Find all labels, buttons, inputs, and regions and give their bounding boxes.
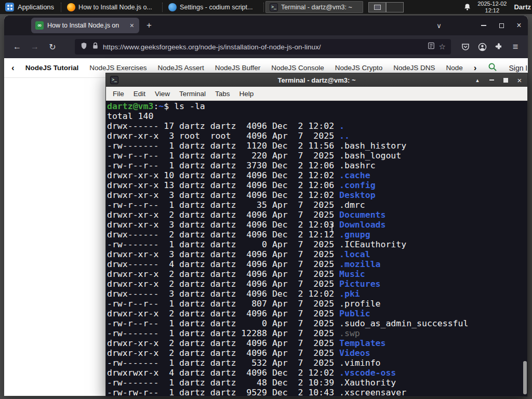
terminal-line: -rw-r--r-- 1 dartz dartz 0 Apr 7 2025 .s… <box>107 318 527 328</box>
clock-date: 2025-12-02 <box>477 1 507 7</box>
terminal-minimize-button[interactable] <box>488 76 495 84</box>
tracking-protection-shield-icon[interactable] <box>80 42 88 52</box>
address-bar[interactable]: https://www.geeksforgeeks.org/node-js/in… <box>75 39 451 55</box>
taskbar-item-firefox[interactable]: How to Install Node.js o... <box>63 1 161 13</box>
browser-toolbar: ← → ↻ https://www.geeksforgeeks.org/node… <box>4 35 528 58</box>
url-text: https://www.geeksforgeeks.org/node-js/in… <box>103 43 423 51</box>
terminal-line: -rw-r--r-- 1 dartz dartz 220 Apr 7 2025 … <box>107 151 527 161</box>
site-nav-item-crypto[interactable]: NodeJS Crypto <box>335 64 383 72</box>
taskbar-item-terminal[interactable]: >_ Terminal - dartz@vm3: ~ <box>265 1 363 13</box>
firefox-icon <box>67 3 75 11</box>
site-nav-item-exercises[interactable]: NodeJS Exercises <box>89 64 147 72</box>
applications-label: Applications <box>18 3 54 11</box>
terminal-line: -rw-r--r-- 1 dartz dartz 35 Apr 7 2025 .… <box>107 200 527 210</box>
search-icon[interactable] <box>488 62 497 73</box>
workspace-switcher[interactable] <box>368 2 404 12</box>
panel-separator <box>263 3 264 12</box>
tab-close-button[interactable]: × <box>129 21 135 30</box>
browser-close-button[interactable]: × <box>510 16 528 35</box>
terminal-line: -rw------- 1 dartz dartz 12288 Apr 7 202… <box>107 328 527 338</box>
terminal-line: drwxr-xr-x 3 dartz dartz 4096 Dec 2 12:0… <box>107 220 527 230</box>
terminal-screen[interactable]: dartz@vm3:~$ ls -latotal 140drwx------ 1… <box>106 101 527 396</box>
panel-user-label: Dartz <box>514 3 531 11</box>
menu-view[interactable]: View <box>150 90 175 98</box>
terminal-line: drwx------ 2 dartz dartz 4096 Dec 2 12:1… <box>107 230 527 240</box>
terminal-menubar: File Edit View Terminal Tabs Help <box>106 87 527 101</box>
terminal-line: drwxr-xr-x 2 dartz dartz 4096 Apr 7 2025… <box>107 279 527 289</box>
site-nav-item-dns[interactable]: NodeJS DNS <box>393 64 435 72</box>
browser-maximize-button[interactable] <box>493 16 510 35</box>
terminal-line: drwxr-xr-x 3 dartz dartz 4096 Dec 2 12:0… <box>107 190 527 200</box>
workspace-1[interactable] <box>368 2 386 12</box>
task-label: Settings - codium script... <box>180 4 252 11</box>
terminal-close-button[interactable]: × <box>516 76 523 84</box>
site-nav-item-tutorial[interactable]: NodeJS Tutorial <box>25 64 79 72</box>
clock-time: 12:12 <box>477 7 507 14</box>
top-panel: Applications How to Install Node.js o...… <box>0 0 532 14</box>
terminal-line: drwxr-xr-x 2 dartz dartz 4096 Apr 7 2025… <box>107 348 527 358</box>
terminal-line: drwxr-xr-x 2 dartz dartz 4096 Apr 7 2025… <box>107 338 527 348</box>
terminal-window: >_ Terminal - dartz@vm3: ~ ▴ × File Edit… <box>105 73 528 397</box>
terminal-line: drwxr-xr-x 10 dartz dartz 4096 Dec 2 12:… <box>107 170 527 180</box>
terminal-line: dartz@vm3:~$ ls -la <box>107 101 527 111</box>
new-tab-button[interactable]: + <box>141 18 157 33</box>
terminal-line: drwxr-xr-x 2 dartz dartz 4096 Apr 7 2025… <box>107 269 527 279</box>
terminal-line: -rw-rw-r-- 1 dartz dartz 9529 Dec 2 10:4… <box>107 388 527 396</box>
pocket-icon[interactable] <box>458 39 473 54</box>
clock[interactable]: 2025-12-02 12:12 <box>477 1 507 14</box>
taskbar-item-settings[interactable]: Settings - codium script... <box>164 1 262 13</box>
applications-menu[interactable]: Applications <box>0 0 59 14</box>
browser-tab[interactable]: ∞ How to Install Node.js on × <box>31 18 139 33</box>
terminal-shade-button[interactable]: ▴ <box>474 76 481 84</box>
site-nav-item-truncated[interactable]: Node <box>446 64 463 72</box>
terminal-line: -rw------- 1 dartz dartz 48 Dec 2 10:39 … <box>107 378 527 388</box>
bookmark-star-icon[interactable]: ☆ <box>439 42 446 51</box>
terminal-maximize-button[interactable] <box>502 76 509 84</box>
terminal-line: -rw------- 1 dartz dartz 1120 Dec 2 11:5… <box>107 141 527 151</box>
forward-button[interactable]: → <box>27 39 43 55</box>
nav-scroll-right-icon[interactable]: › <box>474 63 477 73</box>
list-all-tabs-button[interactable]: ∨ <box>430 16 448 35</box>
panel-separator <box>162 3 163 12</box>
site-nav-item-console[interactable]: NodeJS Console <box>271 64 324 72</box>
notification-bell-icon[interactable] <box>463 3 471 11</box>
terminal-line: -rw-r--r-- 1 dartz dartz 3730 Dec 2 12:0… <box>107 161 527 170</box>
terminal-line: drwxr-xr-x 3 root root 4096 Apr 7 2025 .… <box>107 131 527 141</box>
menu-edit[interactable]: Edit <box>129 90 150 98</box>
menu-file[interactable]: File <box>108 90 129 98</box>
browser-minimize-button[interactable] <box>475 16 493 35</box>
site-nav-item-assert[interactable]: NodeJS Assert <box>157 64 204 72</box>
task-label: Terminal - dartz@vm3: ~ <box>281 4 352 11</box>
task-label: How to Install Node.js o... <box>78 4 152 11</box>
extensions-icon[interactable] <box>491 39 506 54</box>
geeksforgeeks-favicon: ∞ <box>35 21 44 30</box>
terminal-line: drwxr-xr-x 2 dartz dartz 4096 Apr 7 2025… <box>107 309 527 318</box>
terminal-icon: >_ <box>110 76 118 84</box>
terminal-line: drwx------ 4 dartz dartz 4096 Apr 7 2025… <box>107 259 527 269</box>
terminal-titlebar[interactable]: >_ Terminal - dartz@vm3: ~ ▴ × <box>106 73 527 87</box>
sign-in-button[interactable]: Sign In <box>509 64 528 72</box>
applications-icon <box>5 3 14 11</box>
terminal-line: -rw-r--r-- 1 dartz dartz 807 Apr 7 2025 … <box>107 299 527 309</box>
vscodium-icon <box>168 3 177 11</box>
panel-separator <box>61 3 61 12</box>
reader-view-icon[interactable] <box>428 42 435 51</box>
menu-terminal[interactable]: Terminal <box>175 90 210 98</box>
mini-window <box>374 5 381 10</box>
menu-tabs[interactable]: Tabs <box>210 90 235 98</box>
back-button[interactable]: ← <box>9 39 25 55</box>
terminal-line: drwxr-xr-x 3 dartz dartz 4096 Apr 7 2025… <box>107 249 527 259</box>
menu-icon[interactable]: ≡ <box>508 39 523 54</box>
terminal-line: drwx------ 3 dartz dartz 4096 Dec 2 12:0… <box>107 289 527 299</box>
account-icon[interactable] <box>475 39 489 54</box>
menu-help[interactable]: Help <box>235 90 259 98</box>
site-nav-item-buffer[interactable]: NodeJS Buffer <box>215 64 261 72</box>
workspace-2[interactable] <box>386 2 404 12</box>
terminal-icon: >_ <box>270 3 278 11</box>
reload-button[interactable]: ↻ <box>45 39 60 55</box>
lock-icon[interactable] <box>92 42 99 51</box>
terminal-scrollbar-thumb[interactable] <box>523 361 527 394</box>
terminal-line: drwxr-xr-x 2 dartz dartz 4096 Apr 7 2025… <box>107 210 527 220</box>
nav-scroll-left-icon[interactable]: ‹ <box>11 63 15 73</box>
browser-tab-bar: ∞ How to Install Node.js on × + ∨ × <box>4 16 528 35</box>
